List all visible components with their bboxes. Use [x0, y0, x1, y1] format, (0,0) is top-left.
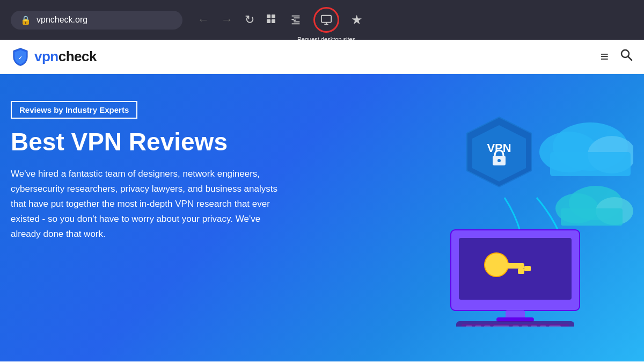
svg-rect-8 [321, 16, 331, 23]
bookmark-button[interactable]: ★ [351, 12, 363, 27]
svg-rect-35 [484, 325, 491, 327]
svg-rect-29 [506, 310, 525, 318]
lock-icon: 🔒 [20, 15, 31, 25]
hero-illustration: VPN [419, 101, 633, 327]
logo[interactable]: ✓ vpncheck [11, 47, 97, 67]
hero-svg-illustration: VPN [419, 101, 633, 327]
hero-description: We've hired a fantastic team of designer… [11, 166, 290, 242]
logo-text: vpncheck [34, 48, 97, 65]
svg-rect-36 [493, 325, 509, 327]
grid-button[interactable] [266, 14, 278, 26]
desktop-sites-label: Request desktop sites [297, 36, 355, 42]
hamburger-menu-button[interactable]: ≡ [601, 48, 609, 65]
svg-point-25 [485, 253, 508, 277]
forward-button[interactable]: → [221, 13, 233, 27]
browser-chrome: 🔒 vpncheck.org ← → ↻ [0, 0, 644, 40]
svg-rect-28 [524, 266, 531, 271]
address-bar[interactable]: 🔒 vpncheck.org [11, 11, 182, 30]
svg-rect-41 [549, 325, 561, 327]
svg-rect-24 [459, 238, 572, 300]
svg-text:✓: ✓ [18, 55, 23, 60]
back-button[interactable]: ← [197, 13, 209, 27]
svg-line-13 [628, 57, 632, 61]
hero-section: Reviews by Industry Experts Best VPN Rev… [0, 74, 644, 361]
svg-rect-26 [506, 263, 524, 269]
svg-rect-1 [272, 15, 275, 18]
browser-nav-icons: ← → ↻ [197, 7, 363, 33]
hero-content: Reviews by Industry Experts Best VPN Rev… [11, 101, 322, 242]
svg-rect-0 [267, 15, 270, 18]
svg-rect-30 [496, 317, 534, 322]
svg-rect-3 [272, 19, 275, 23]
logo-shield-icon: ✓ [11, 47, 30, 67]
svg-rect-37 [513, 325, 519, 327]
desktop-sites-container: Request desktop sites [313, 7, 339, 33]
refresh-button[interactable]: ↻ [245, 13, 254, 27]
logo-vpn: vpn [34, 48, 58, 64]
site-content: ✓ vpncheck ≡ Reviews by Industry Experts… [0, 40, 644, 362]
svg-rect-39 [531, 325, 537, 327]
logo-check: check [58, 48, 97, 64]
svg-rect-45 [561, 208, 623, 226]
site-header: ✓ vpncheck ≡ [0, 40, 644, 74]
svg-rect-17 [550, 152, 631, 176]
header-icons: ≡ [601, 48, 633, 66]
svg-rect-33 [466, 325, 472, 327]
hero-badge: Reviews by Industry Experts [11, 101, 137, 119]
svg-point-22 [497, 159, 501, 162]
svg-rect-34 [475, 325, 481, 327]
hero-title: Best VPN Reviews [11, 128, 322, 156]
cast-button[interactable] [290, 14, 302, 26]
search-button[interactable] [619, 48, 633, 66]
svg-rect-40 [540, 325, 546, 327]
svg-text:VPN: VPN [487, 141, 511, 155]
svg-rect-38 [522, 325, 528, 327]
url-text: vpncheck.org [36, 15, 87, 25]
svg-rect-2 [267, 19, 270, 23]
svg-rect-27 [518, 269, 524, 274]
desktop-sites-button[interactable] [313, 7, 339, 33]
